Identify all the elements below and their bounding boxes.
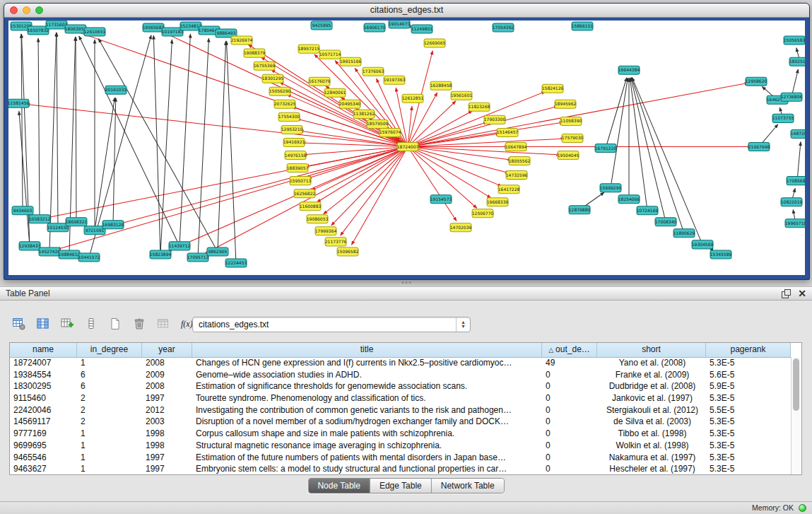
column-header-pagerank[interactable]: pagerank [706, 343, 791, 357]
table-row[interactable]: 2242004622012Investigating the contribut… [10, 404, 791, 416]
graph-node[interactable]: 18025163 [789, 57, 805, 66]
graph-node[interactable]: 19668339 [487, 198, 509, 206]
graph-node[interactable]: 17085681 [787, 177, 805, 185]
graph-node[interactable]: 12879880 [569, 206, 591, 214]
graph-node[interactable]: 12610651 [84, 28, 106, 36]
network-canvas[interactable]: 1530129516507832117316031806395712610651… [8, 21, 805, 275]
table-cell[interactable]: 2003 [142, 416, 192, 428]
table-row[interactable]: 1456911722003Disruption of a novel membe… [10, 416, 791, 428]
graph-node[interactable]: 15866151 [572, 22, 594, 30]
tab-edge-table[interactable]: Edge Table [370, 479, 432, 493]
graph-node[interactable]: 11073755 [772, 114, 794, 122]
table-cell[interactable]: 2 [77, 416, 142, 428]
table-cell[interactable]: Franke et al. (2009) [597, 369, 706, 381]
graph-node[interactable]: 9434603 [12, 206, 33, 215]
table-cell[interactable]: 0 [542, 392, 597, 404]
table-cell[interactable]: 5.3E-5 [706, 428, 791, 440]
graph-node[interactable]: 20161031 [105, 86, 127, 94]
graph-node[interactable]: 16256822 [294, 189, 316, 198]
window-titlebar[interactable]: citations_edges.txt [4, 4, 809, 18]
graph-node[interactable]: 17554300 [278, 112, 300, 121]
graph-node[interactable]: 19884612 [59, 250, 81, 259]
table-cell[interactable]: 0 [542, 440, 597, 452]
graph-node[interactable]: 11581456 [8, 99, 29, 107]
table-cell[interactable]: Tibbo et al. (1998) [597, 428, 706, 440]
graph-node[interactable]: 19416921 [283, 138, 305, 146]
row-height-button[interactable] [81, 315, 102, 333]
table-cell[interactable]: 1 [77, 452, 142, 464]
graph-node[interactable]: 18698321 [66, 218, 88, 226]
table-cell[interactable]: 9463627 [10, 463, 77, 474]
table-cell[interactable]: de Silva et al. (2003) [597, 416, 706, 428]
table-cell[interactable]: 5.6E-5 [706, 369, 791, 381]
table-cell[interactable]: 18300295 [10, 380, 77, 392]
table-cell[interactable]: Changes of HCN gene expression and I(f) … [192, 357, 542, 369]
table-cell[interactable]: 5.3E-5 [706, 440, 791, 452]
graph-node[interactable]: 15824126 [542, 84, 564, 93]
create-column-button[interactable] [57, 315, 78, 333]
table-cell[interactable]: 1998 [142, 440, 192, 452]
graph-node[interactable]: 19086053 [307, 215, 329, 223]
graph-node[interactable]: 16906170 [364, 23, 386, 32]
graph-node[interactable]: 19088379 [244, 49, 266, 57]
column-header-year[interactable]: year [142, 343, 192, 357]
graph-node[interactable]: 11058390 [560, 117, 582, 125]
column-header-name[interactable]: name [10, 343, 77, 357]
graph-node[interactable]: 11600883 [300, 202, 322, 211]
column-header-in_degree[interactable]: in_degree [77, 343, 142, 357]
table-cell[interactable]: 22420046 [10, 404, 77, 416]
graph-node[interactable]: 15823894 [150, 250, 172, 259]
graph-node[interactable]: 12612851 [402, 94, 424, 103]
table-cell[interactable]: 0 [542, 463, 597, 474]
graph-node[interactable]: 10571714 [319, 50, 341, 59]
table-cell[interactable]: 1 [77, 428, 142, 440]
table-cell[interactable]: 18724007 [10, 357, 77, 369]
table-cell[interactable]: 2008 [142, 380, 192, 392]
graph-node[interactable]: 20495340 [339, 100, 361, 108]
graph-node[interactable]: 14702039 [450, 223, 472, 232]
table-cell[interactable]: 0 [542, 416, 597, 428]
graph-node[interactable]: 12953210 [281, 125, 303, 134]
table-cell[interactable]: 0 [542, 404, 597, 416]
graph-node[interactable]: 15146457 [497, 128, 519, 136]
graph-node[interactable]: 21926974 [231, 36, 253, 45]
graph-node[interactable]: 18254066 [618, 195, 640, 204]
delete-table-button[interactable] [153, 315, 174, 333]
table-row[interactable]: 1830029562008Estimation of significance … [10, 380, 791, 392]
table-cell[interactable]: 9777169 [10, 428, 77, 440]
table-cell[interactable]: 0 [542, 428, 597, 440]
table-cell[interactable]: 6 [77, 369, 142, 381]
graph-node[interactable]: 19197363 [384, 76, 406, 84]
graph-node[interactable]: 17376063 [363, 67, 384, 76]
graph-node[interactable]: 14527420 [39, 247, 61, 256]
column-header-title[interactable]: title [192, 343, 542, 357]
table-cell[interactable]: Embryonic stem cells: a model to study s… [192, 463, 542, 474]
table-cell[interactable]: 0 [542, 452, 597, 464]
graph-node[interactable]: 18957215 [298, 45, 320, 53]
table-cell[interactable]: 5.3E-5 [706, 357, 791, 369]
table-cell[interactable]: 0 [542, 380, 597, 392]
graph-node[interactable]: 17999364 [315, 227, 337, 235]
graph-node[interactable]: 18724007 [397, 142, 419, 151]
table-cell[interactable]: 5.9E-5 [706, 380, 791, 392]
table-cell[interactable]: 19384554 [10, 369, 77, 381]
graph-node[interactable]: 16983128 [102, 221, 124, 229]
graph-node[interactable]: 9721091 [84, 226, 105, 235]
table-cell[interactable]: Hescheler et al. (1997) [597, 463, 706, 474]
table-cell[interactable]: 2008 [142, 357, 192, 369]
table-cell[interactable]: 49 [542, 357, 597, 369]
graph-node[interactable]: 15345589 [710, 250, 732, 259]
graph-node[interactable]: 12224453 [225, 259, 247, 267]
table-cell[interactable]: 14569117 [10, 416, 77, 428]
table-row[interactable]: 946362711997Embryonic stem cells: a mode… [10, 463, 791, 474]
close-panel-icon[interactable]: ✕ [798, 288, 806, 298]
table-select-combo[interactable]: citations_edges.txt ▲▼ [192, 317, 471, 332]
table-cell[interactable]: 1 [77, 440, 142, 452]
graph-node[interactable]: 14732596 [506, 171, 528, 180]
table-cell[interactable]: Dudbridge et al. (2008) [597, 380, 706, 392]
graph-node[interactable]: 19504045 [558, 151, 579, 160]
graph-node[interactable]: 11381262 [353, 110, 375, 118]
table-cell[interactable]: 2012 [142, 404, 192, 416]
table-cell[interactable]: Jankovic et al. (1997) [597, 392, 706, 404]
table-cell[interactable]: Estimation of the future numbers of pati… [192, 452, 542, 464]
